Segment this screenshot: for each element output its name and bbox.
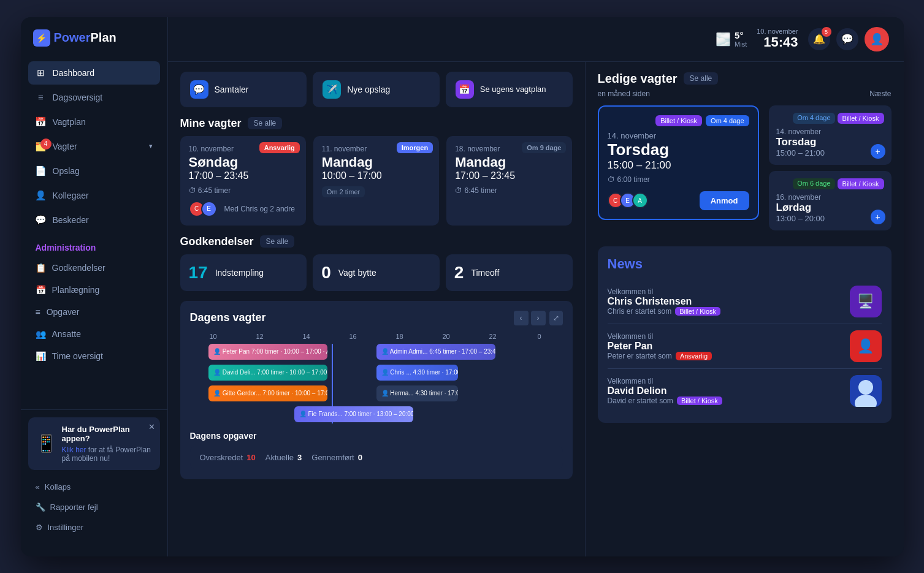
ledige-see-all[interactable]: Se alle: [684, 72, 719, 85]
datetime: 10. november 15:43: [757, 28, 798, 50]
sidebar-item-ansatte[interactable]: 👥 Ansatte: [28, 324, 160, 344]
ledige-side-shifts: Om 4 dage Billet / Kiosk 14. november To…: [769, 105, 892, 237]
anmod-button[interactable]: Anmod: [700, 191, 749, 210]
featured-time: 15:00 – 21:00: [608, 159, 749, 172]
shift2-badge: Imorgen: [397, 142, 433, 153]
shift-card-2: Imorgen 11. november Mandag 10:00 – 17:0…: [313, 136, 439, 226]
side2-date: 16. november: [776, 193, 884, 202]
approval-timeoff: 2 Timeoff: [446, 254, 573, 291]
timeline-expand[interactable]: ⤢: [549, 311, 563, 325]
timeline-bar-admin[interactable]: 👤 Admin Admi... 6:45 timer · 17:00 – 23:…: [376, 344, 496, 360]
shift-card-1: Ansvarlig 10. november Søndag 17:00 – 23…: [180, 136, 306, 226]
news3-text: Velkommen til David Delion David er star…: [608, 377, 842, 405]
sidebar-item-opslag[interactable]: 📄 Opslag: [28, 159, 160, 183]
timeline-prev[interactable]: ‹: [514, 311, 529, 325]
aktuelle-count: 3: [297, 453, 302, 462]
main-content: 🌫️ 5° Mist 10. november 15:43 🔔 5 💬 👤: [168, 17, 904, 556]
rapporter-link[interactable]: 🔧 Rapporter fejl: [28, 498, 160, 517]
dagens-vagter-card: Dagens vagter ‹ › ⤢ 10 12 14: [180, 301, 573, 479]
godkendelser-see-all[interactable]: Se alle: [260, 235, 295, 248]
tl-12: 12: [237, 333, 283, 340]
news2-text: Velkommen til Peter Pan Peter er startet…: [608, 332, 842, 360]
sidebar-label-kollegaer: Kollegaer: [53, 191, 89, 200]
sidebar-item-dashboard[interactable]: ⊞ Dashboard: [28, 61, 160, 85]
header-time: 15:43: [757, 35, 798, 50]
sidebar-item-opgaver[interactable]: ≡ Opgaver: [28, 302, 160, 322]
sidebar-label-time-oversigt: Time oversigt: [52, 351, 104, 361]
tl-18: 18: [376, 333, 423, 340]
nye-opslag-button[interactable]: ✈️ Nye opslag: [313, 72, 440, 107]
sidebar-item-vagtplan[interactable]: 📅 Vagtplan: [28, 110, 160, 134]
sidebar-item-dagsoversigt[interactable]: ≡ Dagsoversigt: [28, 86, 160, 109]
mine-vagter-see-all[interactable]: Se alle: [248, 117, 283, 129]
timeline-bar-chris[interactable]: 👤 Chris ... 4:30 timer · 17:00...: [376, 365, 459, 381]
opgaver-gennemfoert: Gennemført 0: [311, 453, 362, 462]
user-avatar-button[interactable]: 👤: [865, 27, 889, 51]
news2-intro: Velkommen til: [608, 332, 842, 341]
sidebar-label-opgaver: Opgaver: [47, 307, 80, 317]
side1-time: 15:00 – 21:00: [776, 148, 884, 157]
promo-close-button[interactable]: ✕: [148, 422, 155, 431]
main-nav: ⊞ Dashboard ≡ Dagsoversigt 📅 Vagtplan 🗂️…: [21, 61, 167, 233]
weather-desc: Mist: [735, 40, 747, 48]
featured-avatars: C E A: [608, 192, 644, 208]
godkendelser-header: Godkendelser Se alle: [180, 235, 573, 248]
logo-text: PowerPlan: [54, 31, 116, 45]
tl-0: 0: [516, 333, 563, 340]
promo-link[interactable]: Klik her: [62, 446, 86, 454]
shift1-time: 17:00 – 23:45: [189, 170, 297, 181]
dagsoversigt-icon: ≡: [36, 92, 47, 103]
sidebar-item-kollegaer[interactable]: 👤 Kollegaer: [28, 184, 160, 207]
news-item-3: Velkommen til David Delion David er star…: [608, 369, 882, 413]
samtaler-button[interactable]: 💬 Samtaler: [180, 72, 307, 107]
timeline-row-4: 👤 Fie Frands... 7:00 timer · 13:00 – 20:…: [190, 406, 563, 423]
kollaps-link[interactable]: « Kollaps: [28, 477, 160, 496]
bottom-links: « Kollaps 🔧 Rapporter fejl ⚙ Instillinge…: [28, 477, 160, 537]
side1-kiosk-badge: Billet / Kiosk: [838, 113, 884, 124]
vagter-chevron: ▾: [149, 142, 153, 150]
timeline-bar-herma[interactable]: 👤 Herma... 4:30 timer · 17:00...: [376, 385, 459, 401]
dagens-opgaver: Dagens opgaver Overskredet 10 Aktuelle 3: [190, 431, 563, 469]
dagens-vagter-title: Dagens vagter: [190, 311, 266, 324]
vagtbytte-label: Vagt bytte: [338, 268, 376, 278]
timeline-labels: 10 12 14 16 18 20 22 0: [190, 333, 563, 340]
avatar-2: E: [201, 201, 217, 217]
sidebar-item-time-oversigt[interactable]: 📊 Time oversigt: [28, 346, 160, 366]
side1-plus-button[interactable]: +: [871, 144, 885, 159]
timeline-bar-fie[interactable]: 👤 Fie Frands... 7:00 timer · 13:00 – 20:…: [294, 406, 414, 422]
notification-button[interactable]: 🔔 5: [808, 28, 830, 50]
news2-role: Ansvarlig: [676, 352, 712, 360]
tl-20: 20: [423, 333, 470, 340]
admin-section: Administration 📋 Godkendelser 📅 Planlægn…: [21, 238, 167, 368]
timeline-bar-peter[interactable]: 👤 Peter Pan 7:00 timer · 10:00 – 17:00 ·…: [208, 344, 328, 360]
sidebar-label-dagsoversigt: Dagsoversigt: [53, 93, 103, 102]
sidebar-item-vagter[interactable]: 🗂️ Vagter 4 ▾: [28, 135, 160, 158]
side2-plus-button[interactable]: +: [871, 210, 885, 224]
instillinger-link[interactable]: ⚙ Instillinger: [28, 518, 160, 537]
weather-icon: 🌫️: [716, 32, 731, 47]
timeline-bar-gitte[interactable]: 👤 Gitte Gerdor... 7:00 timer · 10:00 – 1…: [208, 385, 328, 401]
sidebar-item-planlaegning[interactable]: 📅 Planlægning: [28, 279, 160, 300]
timeline-wrapper: 👤 Peter Pan 7:00 timer · 10:00 – 17:00 ·…: [190, 344, 563, 423]
timeline-next[interactable]: ›: [531, 311, 546, 325]
se-ugens-icon: 📅: [456, 80, 474, 99]
logo[interactable]: ⚡ PowerPlan: [21, 29, 167, 61]
indstempling-count: 17: [189, 263, 208, 283]
news1-name: Chris Christensen: [608, 296, 842, 307]
vagtplan-icon: 📅: [36, 116, 47, 127]
sidebar-item-beskeder[interactable]: 💬 Beskeder: [28, 208, 160, 232]
featured-day: Torsdag: [608, 140, 749, 159]
se-ugens-button[interactable]: 📅 Se ugens vagtplan: [446, 72, 573, 107]
messages-button[interactable]: 💬: [836, 28, 858, 50]
ledige-vagter-header: Ledige vagter Se alle: [598, 72, 892, 86]
featured-footer: C E A Anmod: [608, 191, 749, 210]
ledige-cols: Billet / Kiosk Om 4 dage 14. november To…: [598, 105, 892, 237]
opgaver-overskredet: Overskredet 10: [200, 453, 256, 462]
timeline-bar-david[interactable]: 👤 David Deli... 7:00 timer · 10:00 – 17:…: [208, 365, 328, 381]
dashboard-icon: ⊞: [36, 67, 47, 78]
content-area: 💬 Samtaler ✈️ Nye opslag 📅 Se ugens vagt…: [168, 62, 904, 556]
mine-vagter-title: Mine vagter: [180, 117, 242, 130]
sidebar-item-godkendelser[interactable]: 📋 Godkendelser: [28, 257, 160, 278]
side-shift-1: Om 4 dage Billet / Kiosk 14. november To…: [769, 105, 892, 165]
instillinger-icon: ⚙: [36, 523, 43, 532]
